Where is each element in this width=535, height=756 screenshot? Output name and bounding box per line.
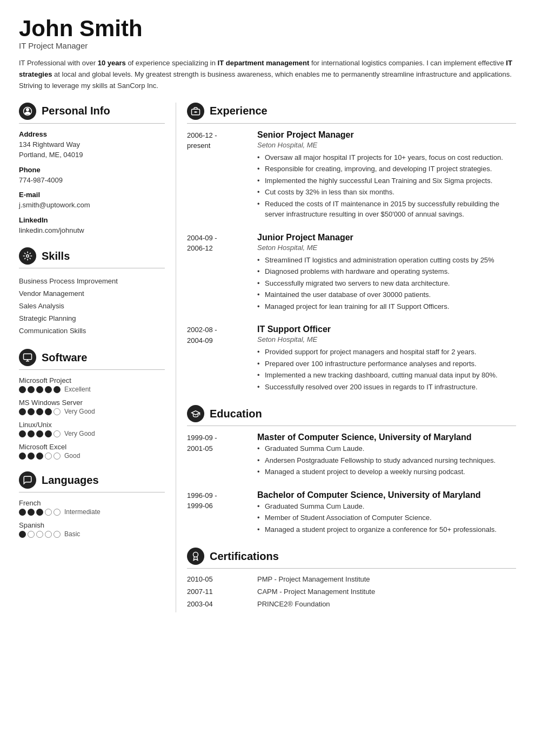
software-name: MS Windows Server xyxy=(19,399,165,407)
languages-header: Languages xyxy=(19,471,165,492)
education-list: 1999-09 -2001-05Master of Computer Scien… xyxy=(187,433,516,536)
skills-list: Business Process ImprovementVendor Manag… xyxy=(19,275,165,337)
dot xyxy=(19,386,26,393)
dots-row: Very Good xyxy=(19,408,165,415)
exp-entry: 2006-12 -presentSenior Project ManagerSe… xyxy=(187,130,516,221)
bullet-item: Provided support for project managers an… xyxy=(257,347,516,357)
languages-list: FrenchIntermediateSpanishBasic xyxy=(19,499,165,538)
dot xyxy=(45,453,52,460)
exp-entry: 2004-09 -2006-12Junior Project ManagerSe… xyxy=(187,233,516,313)
bullet-item: Cut costs by 32% in less than six months… xyxy=(257,187,516,198)
dot xyxy=(19,453,26,460)
dots-row: Intermediate xyxy=(19,508,165,516)
dot xyxy=(45,430,52,437)
software-title: Software xyxy=(42,352,87,364)
language-name: Spanish xyxy=(19,521,165,529)
languages-icon xyxy=(19,471,36,489)
dot xyxy=(54,509,61,516)
exp-company: Seton Hospital, ME xyxy=(257,141,516,149)
cert-entry: 2003-04PRINCE2® Foundation xyxy=(187,600,516,608)
bullet-item: Andersen Postgraduate Fellowship to stud… xyxy=(257,455,516,466)
bullet-item: Implemented the highly successful Lean T… xyxy=(257,176,516,186)
experience-title: Experience xyxy=(210,105,268,117)
dots-row: Good xyxy=(19,452,165,460)
bullet-item: Implemented a new tracking dashboard, cu… xyxy=(257,370,516,381)
summary: IT Professional with over 10 years of ex… xyxy=(19,58,516,91)
dot xyxy=(19,531,26,538)
dot-label: Basic xyxy=(64,530,80,538)
dot xyxy=(36,531,43,538)
exp-entry: 1999-09 -2001-05Master of Computer Scien… xyxy=(187,433,516,478)
exp-company: Seton Hospital, ME xyxy=(257,335,516,343)
exp-content: Master of Computer Science, University o… xyxy=(257,433,516,478)
bullet-item: Oversaw all major hospital IT projects f… xyxy=(257,152,516,163)
email-label: E-mail xyxy=(19,191,165,199)
dot xyxy=(54,453,61,460)
language-name: French xyxy=(19,499,165,507)
exp-date: 1999-09 -2001-05 xyxy=(187,433,257,478)
bullet-item: Graduated Summa Cum Laude. xyxy=(257,443,516,454)
software-item: MS Windows ServerVery Good xyxy=(19,399,165,415)
right-column: Experience 2006-12 -presentSenior Projec… xyxy=(176,103,516,613)
software-name: Microsoft Project xyxy=(19,376,165,384)
skills-header: Skills xyxy=(19,247,165,268)
dots-row: Basic xyxy=(19,530,165,538)
cert-entry: 2010-05PMP - Project Management Institut… xyxy=(187,575,516,583)
phone-value: 774-987-4009 xyxy=(19,175,165,186)
exp-jobtitle: Junior Project Manager xyxy=(257,233,516,242)
cert-date: 2010-05 xyxy=(187,575,257,583)
software-item: Microsoft ExcelGood xyxy=(19,443,165,460)
bullet-item: Managed a student project to develop a w… xyxy=(257,467,516,477)
exp-jobtitle: Bachelor of Computer Science, University… xyxy=(257,490,516,500)
certifications-icon xyxy=(187,548,204,565)
dot xyxy=(36,386,43,393)
personal-info-title: Personal Info xyxy=(42,105,110,117)
bullet-item: Graduated Summa Cum Laude. xyxy=(257,501,516,512)
education-icon xyxy=(187,405,204,422)
exp-date: 2004-09 -2006-12 xyxy=(187,233,257,313)
dot xyxy=(28,509,35,516)
exp-company: Seton Hospital, ME xyxy=(257,244,516,252)
experience-list: 2006-12 -presentSenior Project ManagerSe… xyxy=(187,130,516,394)
bullet-item: Reduced the costs of IT maintenance in 2… xyxy=(257,199,516,220)
software-item: Linux/UnixVery Good xyxy=(19,421,165,437)
skills-icon xyxy=(19,247,36,265)
skill-item: Business Process Improvement xyxy=(19,275,165,287)
personal-info-icon xyxy=(19,103,36,120)
exp-entry: 2002-08 -2004-09IT Support OfficerSeton … xyxy=(187,325,516,393)
dot xyxy=(19,509,26,516)
experience-header: Experience xyxy=(187,103,516,124)
skill-item: Sales Analysis xyxy=(19,300,165,312)
linkedin-label: LinkedIn xyxy=(19,216,165,224)
address-label: Address xyxy=(19,130,165,138)
job-title: IT Project Manager xyxy=(19,41,516,50)
left-column: Personal Info Address 134 Rightward WayP… xyxy=(19,103,176,544)
dot xyxy=(45,408,52,415)
exp-bullets: Streamlined IT logistics and administrat… xyxy=(257,255,516,312)
skill-item: Strategic Planning xyxy=(19,312,165,325)
bullet-item: Successfully migrated two servers to new… xyxy=(257,278,516,289)
dot xyxy=(28,453,35,460)
exp-bullets: Oversaw all major hospital IT projects f… xyxy=(257,152,516,220)
dot xyxy=(36,453,43,460)
dot xyxy=(36,430,43,437)
languages-title: Languages xyxy=(42,474,99,487)
exp-content: Bachelor of Computer Science, University… xyxy=(257,490,516,536)
address-value: 134 Rightward WayPortland, ME, 04019 xyxy=(19,139,165,160)
exp-content: IT Support OfficerSeton Hospital, MEProv… xyxy=(257,325,516,393)
cert-entry: 2007-11CAPM - Project Management Institu… xyxy=(187,588,516,596)
dot xyxy=(54,386,61,393)
dot-label: Good xyxy=(64,452,80,460)
cert-name: PRINCE2® Foundation xyxy=(257,600,516,608)
education-header: Education xyxy=(187,405,516,426)
language-item: SpanishBasic xyxy=(19,521,165,538)
dots-row: Excellent xyxy=(19,386,165,393)
exp-jobtitle: Senior Project Manager xyxy=(257,130,516,140)
exp-date: 1996-09 -1999-06 xyxy=(187,490,257,536)
dot xyxy=(19,408,26,415)
name: John Smith xyxy=(19,16,516,41)
exp-jobtitle: Master of Computer Science, University o… xyxy=(257,433,516,442)
bullet-item: Diagnosed problems with hardware and ope… xyxy=(257,266,516,277)
dot xyxy=(28,430,35,437)
cert-date: 2003-04 xyxy=(187,600,257,608)
